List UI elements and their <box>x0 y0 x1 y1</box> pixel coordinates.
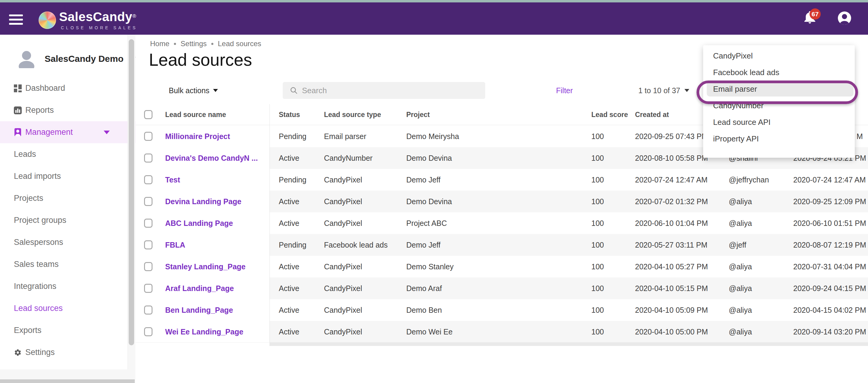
sidebar-item-projects[interactable]: Projects <box>0 187 135 209</box>
table-body: Millionaire ProjectPendingEmail parserDe… <box>135 125 868 343</box>
sidebar-item-lead-sources[interactable]: Lead sources <box>0 297 135 319</box>
filter-button[interactable]: Filter <box>556 82 573 99</box>
account-switcher[interactable]: SalesCandy Demo <box>0 45 135 72</box>
sidebar-item-integrations[interactable]: Integrations <box>0 275 135 297</box>
breadcrumb-item[interactable]: Home <box>150 39 169 48</box>
cell-name[interactable]: Test <box>165 169 180 190</box>
dropdown-item-iproperty-api[interactable]: iProperty API <box>707 131 854 146</box>
cell-updated-at: 2020-04-15 04:02 PM <box>793 299 866 321</box>
cell-created-by: @jeff <box>729 234 746 256</box>
cell-score: 100 <box>591 234 604 256</box>
horizontal-scrollbar[interactable] <box>0 379 135 383</box>
breadcrumb-separator <box>174 43 176 45</box>
cell-name[interactable]: Devina's Demo CandyN ... <box>165 147 258 169</box>
cell-name[interactable]: FBLA <box>165 234 185 256</box>
column-header-lead-source-type[interactable]: Lead source type <box>324 104 381 125</box>
cell-status: Pending <box>279 125 307 147</box>
row-checkbox[interactable] <box>144 305 153 315</box>
chevron-down-icon <box>213 89 218 92</box>
sidebar-item-management[interactable]: Management <box>0 121 135 143</box>
dropdown-item-candynumber[interactable]: CandyNumber <box>707 98 854 113</box>
cell-name[interactable]: Araf Landing_Page <box>165 277 234 299</box>
sidebar-item-reports[interactable]: Reports <box>0 99 135 121</box>
sidebar-item-exports[interactable]: Exports <box>0 319 135 342</box>
sidebar-item-lead-imports[interactable]: Lead imports <box>0 165 135 187</box>
cell-name[interactable]: Millionaire Project <box>165 125 230 147</box>
cell-created-at: 2020-06-10 01:04 PM <box>635 212 708 234</box>
column-header-lead-score[interactable]: Lead score <box>591 104 628 125</box>
breadcrumb-item[interactable]: Lead sources <box>218 39 261 48</box>
row-checkbox[interactable] <box>144 284 153 293</box>
row-checkbox[interactable] <box>144 240 153 249</box>
notifications-button[interactable]: 67 <box>803 10 827 28</box>
breadcrumb-item[interactable]: Settings <box>181 39 207 48</box>
cell-status: Active <box>279 299 299 321</box>
cell-project: Demo Araf <box>406 277 442 299</box>
dropdown-item-lead-source-api[interactable]: Lead source API <box>707 115 854 130</box>
cell-updated-at: 2020-07-31 04:04 PM <box>793 256 866 277</box>
cell-score: 100 <box>591 299 604 321</box>
cell-score: 100 <box>591 212 604 234</box>
table-row: Devina Landing PageActiveCandyPixelDemo … <box>135 190 868 212</box>
sidebar-item-sales-teams[interactable]: Sales teams <box>0 253 135 275</box>
account-menu-button[interactable] <box>837 11 852 25</box>
table-horizontal-scrollbar[interactable] <box>270 342 868 346</box>
sidebar-item-label: Settings <box>25 348 55 357</box>
cell-status: Active <box>279 190 299 212</box>
cell-status: Active <box>279 277 299 299</box>
page: SalesCandy® CLOSE MORE SALES 67 <box>0 0 868 383</box>
cell-status: Active <box>279 212 299 234</box>
table-row: Ben Landing_PageActiveCandyPixelDemo Ben… <box>135 299 868 321</box>
row-checkbox[interactable] <box>144 175 153 184</box>
sidebar-scrollbar-thumb[interactable] <box>129 39 134 345</box>
settings-icon <box>14 349 22 356</box>
column-header-project[interactable]: Project <box>406 104 430 125</box>
select-all-checkbox[interactable] <box>144 110 153 119</box>
sidebar-item-leads[interactable]: Leads <box>0 143 135 165</box>
sidebar-item-label: Exports <box>14 326 41 335</box>
cell-name[interactable]: Ben Landing_Page <box>165 299 233 321</box>
app-header: SalesCandy® CLOSE MORE SALES 67 <box>0 2 868 35</box>
cell-updated-at: 2020-09-24 04:15 PM <box>793 277 866 299</box>
row-checkbox[interactable] <box>144 262 153 271</box>
sidebar-item-label: Lead sources <box>14 304 63 313</box>
cell-created-by: @aliya <box>729 321 752 343</box>
cell-project: Demo Wei Ee <box>406 321 453 343</box>
dropdown-item-email-parser[interactable]: Email parser <box>707 82 854 96</box>
cell-name[interactable]: ABC Landing Page <box>165 212 233 234</box>
cell-score: 100 <box>591 147 604 169</box>
brand-tagline: CLOSE MORE SALES <box>61 25 137 30</box>
search-input[interactable] <box>302 86 477 95</box>
cell-name[interactable]: Devina Landing Page <box>165 190 241 212</box>
bulk-actions-dropdown[interactable]: Bulk actions <box>169 82 218 99</box>
breadcrumb-separator <box>211 43 213 45</box>
sidebar-scrollbar-track[interactable] <box>127 35 135 370</box>
sidebar-item-settings[interactable]: Settings <box>0 342 135 363</box>
sidebar-item-dashboard[interactable]: Dashboard <box>0 77 135 99</box>
sidebar-item-salespersons[interactable]: Salespersons <box>0 231 135 253</box>
cell-status: Pending <box>279 169 307 190</box>
sidebar-item-label: Salespersons <box>14 238 63 247</box>
cell-type: CandyPixel <box>324 190 362 212</box>
cell-name[interactable]: Wei Ee Landing_Page <box>165 321 243 343</box>
row-checkbox[interactable] <box>144 197 153 206</box>
cell-name[interactable]: Stanley Landing_Page <box>165 256 246 277</box>
row-checkbox[interactable] <box>144 327 153 336</box>
sidebar-item-project-groups[interactable]: Project groups <box>0 209 135 231</box>
column-header-created-at[interactable]: Created at <box>635 104 669 125</box>
pagination-label: 1 to 10 of 37 <box>638 86 680 95</box>
top-accent-bar <box>0 0 868 2</box>
row-checkbox[interactable] <box>144 219 153 228</box>
cell-created-by: @aliya <box>729 299 752 321</box>
search-icon <box>290 87 298 94</box>
dropdown-item-candypixel[interactable]: CandyPixel <box>707 48 854 63</box>
cell-score: 100 <box>591 125 604 147</box>
cell-score: 100 <box>591 277 604 299</box>
column-header-lead-source-name[interactable]: Lead source name <box>165 104 226 125</box>
row-checkbox[interactable] <box>144 132 153 141</box>
pagination-dropdown[interactable]: 1 to 10 of 37 <box>638 82 689 99</box>
row-checkbox[interactable] <box>144 153 153 163</box>
hamburger-menu-icon[interactable] <box>9 14 23 26</box>
column-header-status[interactable]: Status <box>279 104 300 125</box>
dropdown-item-facebook-lead-ads[interactable]: Facebook lead ads <box>707 65 854 80</box>
